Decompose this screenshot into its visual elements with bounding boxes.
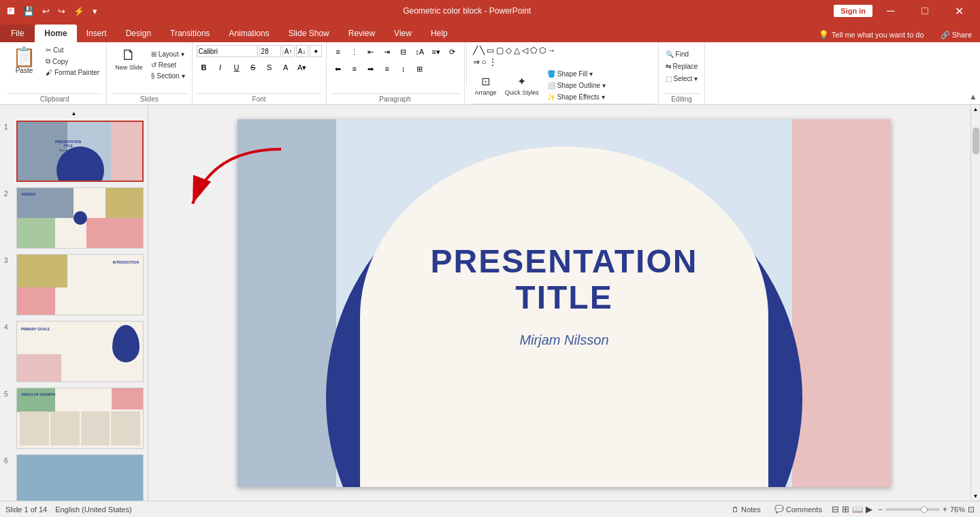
slideshow-button[interactable]: ▶	[866, 504, 872, 514]
slide-sorter-button[interactable]: ⊞	[842, 504, 849, 514]
slide-thumb-1[interactable]: PRESENTATIONTITLEMirjam Nilsson	[16, 121, 144, 182]
normal-view-button[interactable]: ⊟	[832, 504, 839, 514]
tab-home[interactable]: Home	[35, 25, 76, 42]
tab-insert[interactable]: Insert	[77, 25, 116, 42]
font-size-input[interactable]	[259, 45, 281, 57]
notes-button[interactable]: 🗒 Notes	[728, 505, 765, 514]
italic-button[interactable]: I	[213, 61, 228, 74]
underline-button[interactable]: U	[229, 61, 244, 74]
select-button[interactable]: ⬚ Select ▾	[663, 74, 701, 84]
rect-shape[interactable]: ▭	[486, 45, 495, 56]
slides-scroll-up[interactable]: ▲	[3, 110, 145, 116]
darrow-shape[interactable]: ⇒	[472, 57, 480, 67]
strikethrough-button[interactable]: S	[246, 61, 261, 74]
tab-help[interactable]: Help	[421, 25, 457, 42]
text-shadow-button[interactable]: S	[262, 61, 277, 74]
format-painter-button[interactable]: 🖌 Format Painter	[43, 67, 102, 78]
justify-button[interactable]: ≡	[380, 62, 395, 76]
triangle-shape[interactable]: △	[513, 45, 521, 56]
reset-button[interactable]: ↺ Reset	[148, 60, 188, 70]
copy-button[interactable]: ⧉ Copy	[43, 56, 102, 67]
pentagon-shape[interactable]: ⬠	[529, 45, 538, 56]
diamond-shape[interactable]: ◇	[505, 45, 512, 56]
scroll-up-button[interactable]: ▲	[972, 105, 980, 114]
rtriangle-shape[interactable]: ◁	[521, 45, 529, 56]
line2-shape[interactable]: ╲	[479, 45, 485, 56]
collapse-ribbon-button[interactable]: ▲	[969, 92, 977, 101]
layout-button[interactable]: ⊞ Layout ▾	[148, 49, 188, 59]
scroll-down-button[interactable]: ▼	[972, 492, 980, 501]
find-button[interactable]: 🔍 Find	[663, 49, 691, 59]
shape-fill-button[interactable]: 🪣 Shape Fill ▾	[544, 69, 608, 79]
slide-thumb-3[interactable]: INTRODUCTION	[16, 254, 144, 315]
slide-thumb-2[interactable]: AGENDA	[16, 187, 144, 249]
present-icon[interactable]: ⚡	[71, 5, 87, 18]
replace-button[interactable]: ⇆ Replace	[663, 61, 701, 72]
tab-review[interactable]: Review	[339, 25, 385, 42]
tab-animations[interactable]: Animations	[219, 25, 278, 42]
maximize-button[interactable]: □	[909, 0, 941, 22]
redo-icon[interactable]: ↪	[55, 5, 68, 18]
roundrect-shape[interactable]: ▢	[495, 45, 504, 56]
hexagon-shape[interactable]: ⬡	[538, 45, 546, 56]
cut-button[interactable]: ✂ Cut	[43, 45, 102, 55]
tell-me-bar[interactable]: 💡 Tell me what you want to do	[811, 30, 932, 40]
slide-thumb-5[interactable]: AREAS OF GROWTH	[16, 388, 144, 449]
bullet-list-button[interactable]: ≡	[331, 45, 346, 59]
tab-view[interactable]: View	[385, 25, 421, 42]
arrow-shape[interactable]: →	[547, 45, 557, 56]
undo-icon[interactable]: ↩	[39, 5, 52, 18]
shape-outline-button[interactable]: ⬜ Shape Outline ▾	[544, 80, 608, 91]
thumb1-right-panel	[111, 122, 142, 181]
comments-button[interactable]: 💬 Comments	[770, 504, 826, 514]
align-right-button[interactable]: ➡	[363, 62, 378, 76]
font-color-button[interactable]: A	[278, 61, 293, 74]
arrange-button[interactable]: ⊡ Arrange	[472, 74, 500, 97]
paste-button[interactable]: 📋 Paste	[7, 45, 42, 77]
more-icon[interactable]: ▾	[90, 5, 100, 18]
quick-styles-button[interactable]: ✦ Quick Styles	[502, 74, 542, 97]
fit-screen-button[interactable]: ⊡	[968, 505, 975, 514]
circle-shape[interactable]: ○	[481, 57, 487, 67]
new-slide-button[interactable]: 🗋 New Slide	[111, 45, 147, 74]
font-name-input[interactable]	[197, 45, 258, 57]
signin-button[interactable]: Sign in	[834, 5, 872, 17]
shape-effects-button[interactable]: ✨ Shape Effects ▾	[544, 92, 608, 102]
column-width-button[interactable]: ⊞	[412, 62, 427, 76]
increase-indent-button[interactable]: ⇥	[380, 45, 395, 59]
align-text-button[interactable]: ≡▾	[429, 45, 444, 59]
align-center-button[interactable]: ≡	[347, 62, 362, 76]
columns-button[interactable]: ⊟	[396, 45, 411, 59]
minimize-button[interactable]: ─	[875, 0, 906, 22]
tab-design[interactable]: Design	[116, 25, 161, 42]
tab-slideshow[interactable]: Slide Show	[279, 25, 339, 42]
tab-transitions[interactable]: Transitions	[161, 25, 219, 42]
section-button[interactable]: § Section ▾	[148, 71, 188, 81]
line-shape[interactable]: ╱	[472, 45, 478, 56]
share-button[interactable]: 🔗 Share	[932, 31, 980, 40]
slide-info: Slide 1 of 14	[5, 505, 47, 514]
clear-formatting-button[interactable]: ✦	[310, 45, 322, 57]
reading-view-button[interactable]: 📖	[852, 504, 863, 514]
tab-file[interactable]: File	[0, 25, 35, 42]
align-left-button[interactable]: ⬅	[331, 62, 346, 76]
numbered-list-button[interactable]: ⋮	[347, 45, 362, 59]
slide-thumb-4[interactable]: PRIMARY GOALS	[16, 321, 144, 382]
text-direction-button[interactable]: ↕A	[412, 45, 427, 59]
font-size-decrease-button[interactable]: A↓	[296, 45, 308, 57]
bold-button[interactable]: B	[197, 61, 212, 74]
more-shapes[interactable]: ⋮	[488, 57, 497, 67]
close-button[interactable]: ✕	[943, 0, 975, 22]
zoom-in-button[interactable]: +	[943, 505, 947, 514]
save-icon[interactable]: 💾	[20, 5, 37, 18]
slide-canvas[interactable]: PRESENTATIONTITLE Mirjam Nilsson	[238, 119, 891, 487]
scroll-thumb[interactable]	[973, 127, 979, 155]
slide-thumb-6[interactable]	[16, 454, 144, 501]
convert-smartart-button[interactable]: ⟳	[445, 45, 460, 59]
decrease-indent-button[interactable]: ⇤	[363, 45, 378, 59]
zoom-slider[interactable]	[885, 508, 940, 511]
text-highlight-button[interactable]: A▾	[295, 61, 310, 74]
zoom-out-button[interactable]: −	[878, 505, 883, 514]
font-size-increase-button[interactable]: A↑	[282, 45, 295, 57]
line-spacing-button[interactable]: ↕	[396, 62, 411, 76]
